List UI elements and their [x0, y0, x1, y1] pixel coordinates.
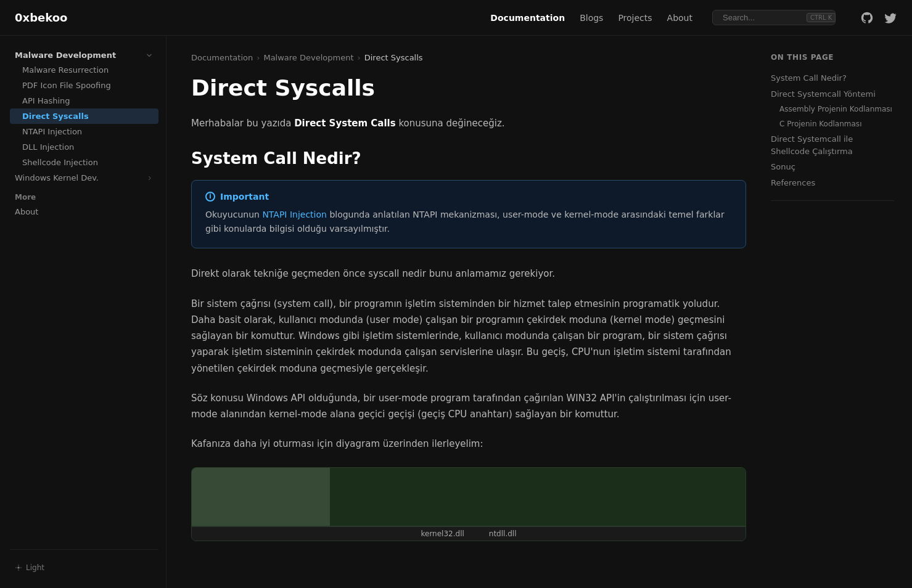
para1: Direkt olarak tekniğe geçmeden önce sysc… [191, 266, 746, 282]
sidebar-item-direct-syscalls[interactable]: Direct Syscalls [10, 108, 158, 124]
toc-divider [771, 200, 894, 201]
sidebar-item-ntapi-injection[interactable]: NTAPI Injection [10, 124, 158, 139]
para3: Söz konusu Windows API olduğunda, bir us… [191, 390, 746, 423]
nav-documentation[interactable]: Documentation [490, 13, 565, 23]
diagram-box: kernel32.dll ntdll.dll [191, 467, 746, 541]
page-body: Malware Development Malware Resurrection… [0, 36, 912, 588]
callout-text: Okuyucunun NTAPI Injection blogunda anla… [205, 208, 732, 237]
callout-box: i Important Okuyucunun NTAPI Injection b… [191, 180, 746, 249]
main-nav: Documentation Blogs Projects About [490, 13, 692, 23]
sidebar-item-malware-resurrection[interactable]: Malware Resurrection [10, 62, 158, 78]
toc-direct-systemcall[interactable]: Direct Systemcall Yöntemi [771, 86, 894, 102]
toc-shellcode-calistirma[interactable]: Direct Systemcall ile Shellcode Çalıştır… [771, 131, 894, 159]
breadcrumb-current: Direct Syscalls [364, 53, 423, 62]
breadcrumb-malware-development[interactable]: Malware Development [263, 53, 353, 62]
search-input[interactable] [723, 13, 803, 22]
sidebar-item-api-hashing[interactable]: API Hashing [10, 93, 158, 108]
nav-projects[interactable]: Projects [618, 13, 652, 23]
chevron-down-icon [145, 51, 154, 60]
breadcrumb: Documentation › Malware Development › Di… [191, 53, 746, 62]
callout-label: Important [220, 192, 269, 202]
callout-header: i Important [205, 192, 732, 202]
sidebar-item-pdf-icon-file-spoofing[interactable]: PDF Icon File Spoofing [10, 78, 158, 93]
nav-blogs[interactable]: Blogs [580, 13, 603, 23]
sidebar-more-label: More [10, 186, 158, 204]
main-content: Documentation › Malware Development › Di… [166, 36, 771, 588]
toc-c-proje[interactable]: C Projenin Kodlanması [771, 116, 894, 131]
info-icon: i [205, 192, 215, 202]
svg-point-2 [17, 566, 20, 569]
site-logo[interactable]: 0xbekoo [15, 11, 67, 24]
toc-heading: On this page [771, 53, 894, 62]
toc-references[interactable]: References [771, 175, 894, 191]
header-icons [860, 11, 897, 25]
diagram-label-ntdll: ntdll.dll [489, 529, 517, 538]
toc-panel: On this page System Call Nedir? Direct S… [771, 36, 906, 213]
intro-paragraph: Merhabalar bu yazıda Direct System Calls… [191, 116, 746, 132]
para4: Kafanıza daha iyi oturması için diyagram… [191, 436, 746, 452]
diagram-label-kernel32: kernel32.dll [421, 529, 464, 538]
twitter-icon[interactable] [884, 11, 897, 25]
header: 0xbekoo Documentation Blogs Projects Abo… [0, 0, 912, 36]
sidebar-section-malware-dev[interactable]: Malware Development [10, 48, 158, 62]
section1-title: System Call Nedir? [191, 149, 746, 168]
sidebar-item-dll-injection[interactable]: DLL Injection [10, 139, 158, 155]
sun-icon [15, 564, 22, 571]
page-title: Direct Syscalls [191, 75, 746, 101]
callout-link[interactable]: NTAPI Injection [262, 210, 327, 219]
github-icon[interactable] [860, 11, 874, 25]
sidebar-item-about[interactable]: About [10, 204, 158, 219]
theme-toggle[interactable]: Light [10, 560, 158, 576]
breadcrumb-documentation[interactable]: Documentation [191, 53, 253, 62]
para2: Bir sistem çağrısı (system call), bir pr… [191, 296, 746, 377]
sidebar-item-shellcode-injection[interactable]: Shellcode Injection [10, 155, 158, 170]
toc-sonuc[interactable]: Sonuç [771, 159, 894, 175]
nav-about[interactable]: About [667, 13, 692, 23]
search-kbd: CTRL K [807, 13, 836, 22]
toc-system-call-nedir[interactable]: System Call Nedir? [771, 70, 894, 86]
chevron-right-icon [146, 174, 154, 182]
sidebar-section-windows-kernel[interactable]: Windows Kernel Dev. [10, 170, 158, 186]
sidebar-footer: Light [10, 549, 158, 576]
toc-assembly-proje[interactable]: Assembly Projenin Kodlanması [771, 102, 894, 116]
search-box[interactable]: CTRL K [712, 10, 836, 25]
sidebar: Malware Development Malware Resurrection… [0, 36, 166, 588]
